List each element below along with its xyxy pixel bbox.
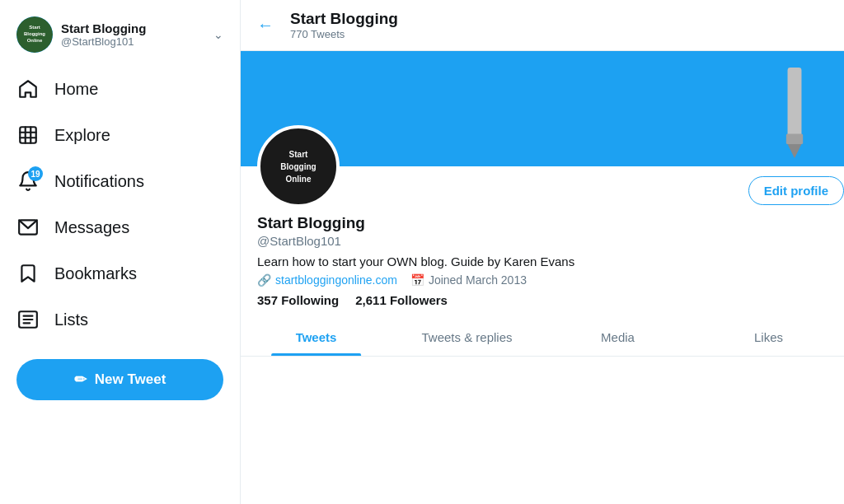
chevron-down-icon: ⌄ [213,28,223,41]
tab-likes[interactable]: Likes [693,319,844,356]
home-icon [16,77,40,100]
back-button[interactable]: ← [257,16,274,35]
tab-tweets[interactable]: Tweets [241,319,392,356]
profile-stats: 357 Following 2,611 Followers [257,293,828,307]
explore-icon [16,124,40,147]
sidebar-item-notifications-label: Notifications [54,172,144,191]
calendar-icon: 📅 [410,273,424,287]
following-label: Following [281,293,339,307]
sidebar-item-messages[interactable]: Messages [0,204,240,250]
tab-media[interactable]: Media [542,319,693,356]
sidebar-item-lists[interactable]: Lists [0,296,240,343]
svg-rect-0 [20,127,36,143]
followers-label: Followers [390,293,448,307]
sidebar-avatar: StartBloggingOnline [16,16,53,53]
sidebar-item-messages-label: Messages [54,218,129,237]
followers-count: 2,611 [355,293,387,307]
sidebar-item-notifications[interactable]: 19 Notifications [0,158,240,204]
tab-tweets-replies[interactable]: Tweets & replies [392,319,542,356]
notifications-badge: 19 [28,166,43,181]
profile-header-bar: ← Start Blogging 770 Tweets [241,0,844,51]
sidebar-item-explore-label: Explore [54,126,110,145]
sidebar-item-bookmarks[interactable]: Bookmarks [0,250,240,296]
new-tweet-button[interactable]: ✏ New Tweet [16,359,223,400]
account-handle: @StartBlog101 [61,35,205,48]
new-tweet-icon: ✏ [74,371,87,389]
sidebar-item-home-label: Home [54,80,98,99]
website-link[interactable]: startbloggingonline.com [275,273,397,287]
sidebar: StartBloggingOnline Start Blogging @Star… [0,0,241,504]
account-info: Start Blogging @StartBlog101 [61,21,205,48]
profile-website: 🔗 startbloggingonline.com [257,273,397,287]
lists-icon [16,308,40,331]
following-count: 357 [257,293,278,307]
sidebar-item-lists-label: Lists [54,310,88,329]
account-name: Start Blogging [61,21,205,35]
profile-header-info: Start Blogging 770 Tweets [290,10,398,40]
main-content: ← Start Blogging 770 Tweets StartBloggin… [241,0,844,504]
profile-avatar-wrap: StartBloggingOnline [257,125,340,208]
svg-rect-11 [786,133,803,144]
followers-stat[interactable]: 2,611 Followers [355,293,448,307]
svg-rect-10 [788,68,802,138]
sidebar-item-explore[interactable]: Explore [0,112,240,158]
profile-name: Start Blogging [257,214,828,232]
profile-tabs: Tweets Tweets & replies Media Likes [241,319,844,357]
messages-icon [16,216,40,239]
following-stat[interactable]: 357 Following [257,293,339,307]
svg-marker-12 [788,144,802,158]
account-header[interactable]: StartBloggingOnline Start Blogging @Star… [0,8,240,66]
link-icon: 🔗 [257,273,271,287]
profile-handle: @StartBlog101 [257,234,828,248]
pen-decoration [762,68,828,158]
edit-profile-button[interactable]: Edit profile [748,176,844,205]
profile-bio: Learn how to start your OWN blog. Guide … [257,254,828,268]
bookmarks-icon [16,262,40,285]
profile-avatar: StartBloggingOnline [257,125,340,208]
profile-joined: 📅 Joined March 2013 [410,273,527,287]
profile-tweet-count: 770 Tweets [290,28,398,40]
new-tweet-label: New Tweet [95,371,166,388]
profile-info: Start Blogging @StartBlog101 Learn how t… [257,166,828,307]
sidebar-item-bookmarks-label: Bookmarks [54,264,137,283]
profile-section: StartBloggingOnline Edit profile Start B… [241,166,844,307]
profile-meta: 🔗 startbloggingonline.com 📅 Joined March… [257,273,828,287]
notifications-icon: 19 [16,170,40,193]
joined-date: Joined March 2013 [429,273,527,287]
sidebar-item-home[interactable]: Home [0,66,240,112]
profile-header-title: Start Blogging [290,10,398,28]
